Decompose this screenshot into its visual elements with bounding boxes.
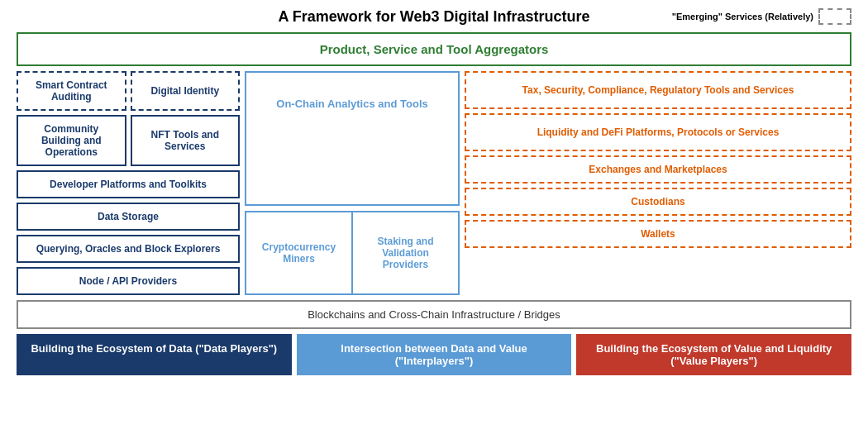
middle-column: On-Chain Analytics and Tools Cryptocurre… xyxy=(245,71,460,295)
wallets-box: Wallets xyxy=(465,220,851,248)
emerging-label-text: "Emerging" Services (Relatively) xyxy=(672,12,813,21)
exchanges-marketplaces-box: Exchanges and Marketplaces xyxy=(465,155,851,184)
middle-bottom-box: Cryptocurrency Miners Staking and Valida… xyxy=(245,211,460,296)
title-row: A Framework for Web3 Digital Infrastruct… xyxy=(17,8,851,26)
page-title: A Framework for Web3 Digital Infrastruct… xyxy=(278,8,589,25)
page: A Framework for Web3 Digital Infrastruct… xyxy=(0,0,868,384)
developer-platforms-box: Developer Platforms and Toolkits xyxy=(17,170,240,198)
emerging-label-group: "Emerging" Services (Relatively) xyxy=(672,8,851,25)
digital-identity-box: Digital Identity xyxy=(131,71,241,111)
emerging-box xyxy=(818,8,851,25)
data-storage-box: Data Storage xyxy=(17,203,240,231)
node-api-box: Node / API Providers xyxy=(17,267,240,295)
blockchain-row: Blockchains and Cross-Chain Infrastructu… xyxy=(17,300,851,329)
querying-oracles-box: Querying, Oracles and Block Explorers xyxy=(17,235,240,263)
crypto-miners-box: Cryptocurrency Miners xyxy=(246,212,351,294)
main-grid: Smart Contract Auditing Digital Identity… xyxy=(17,71,851,295)
right-column: Tax, Security, Compliance, Regulatory To… xyxy=(465,71,851,295)
footer-value-players: Building the Ecosystem of Value and Liqu… xyxy=(576,334,851,375)
liquidity-defi-box: Liquidity and DeFi Platforms, Protocols … xyxy=(465,113,851,151)
smart-contract-auditing-box: Smart Contract Auditing xyxy=(17,71,126,111)
footer-row: Building the Ecosystem of Data ("Data Pl… xyxy=(17,334,851,375)
left-row1: Smart Contract Auditing Digital Identity xyxy=(17,71,240,111)
footer-data-players: Building the Ecosystem of Data ("Data Pl… xyxy=(17,334,292,375)
tax-security-box: Tax, Security, Compliance, Regulatory To… xyxy=(465,71,851,109)
on-chain-analytics-box: On-Chain Analytics and Tools xyxy=(245,71,460,206)
aggregator-row: Product, Service and Tool Aggregators xyxy=(17,32,851,66)
left-column: Smart Contract Auditing Digital Identity… xyxy=(17,71,240,295)
staking-providers-box: Staking and Validation Providers xyxy=(351,212,458,294)
custodians-box: Custodians xyxy=(465,188,851,216)
footer-interplayers: Intersection between Data and Value ("In… xyxy=(297,334,572,375)
nft-tools-box: NFT Tools and Services xyxy=(131,115,241,166)
community-building-box: Community Building and Operations xyxy=(17,115,126,166)
aggregator-label: Product, Service and Tool Aggregators xyxy=(320,42,549,56)
left-row2: Community Building and Operations NFT To… xyxy=(17,115,240,166)
